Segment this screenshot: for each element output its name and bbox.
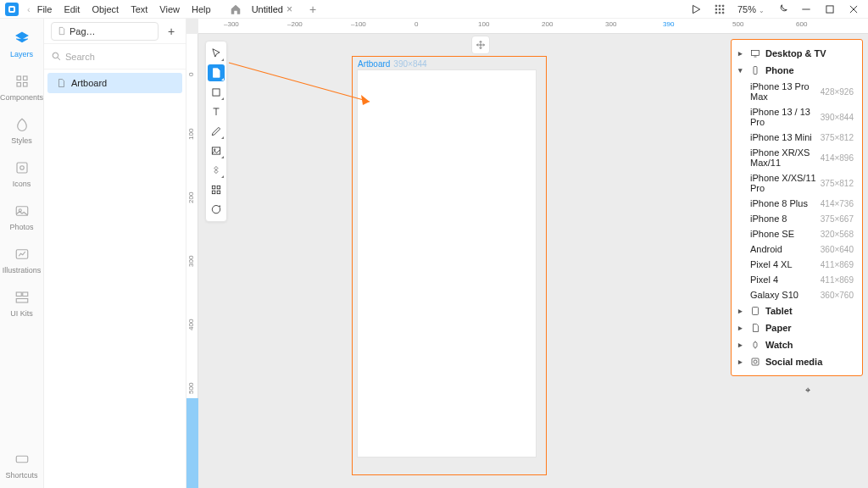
rail-uikits[interactable]: UI Kits (0, 283, 44, 326)
svg-point-50 (754, 360, 757, 363)
preset-category-paper[interactable]: ▸Paper (732, 319, 862, 336)
moon-icon[interactable] (776, 3, 788, 15)
artboard-tool[interactable] (208, 64, 225, 81)
preset-category-tablet[interactable]: ▸Tablet (732, 302, 862, 319)
close-icon[interactable]: × (287, 3, 292, 15)
chevron-left-icon[interactable]: ‹ (27, 4, 31, 14)
svg-rect-15 (17, 83, 21, 87)
rail-icons[interactable]: Icons (0, 153, 44, 197)
svg-rect-23 (22, 292, 27, 297)
svg-point-0 (715, 5, 717, 7)
window-close-icon[interactable] (848, 3, 860, 15)
text-tool[interactable] (208, 103, 225, 120)
rail-shortcuts[interactable]: Shortcuts (0, 445, 44, 488)
svg-point-5 (722, 8, 724, 10)
menu-file[interactable]: File (37, 4, 53, 14)
search-icon (51, 51, 62, 62)
rectangle-tool[interactable] (208, 84, 225, 101)
preset-category-desktop[interactable]: ▸Desktop & TV (732, 45, 862, 62)
grid-icon[interactable] (714, 3, 726, 15)
artboard-surface[interactable] (358, 70, 536, 457)
preset-category-watch[interactable]: ▸Watch (732, 336, 862, 353)
preset-category-phone[interactable]: ▾Phone (732, 62, 862, 79)
ruler-vertical: 0 100 200 300 400 500 600 700 (186, 34, 198, 488)
keyboard-icon (14, 452, 30, 467)
svg-rect-37 (217, 186, 220, 189)
select-tool[interactable] (208, 45, 225, 62)
svg-point-35 (214, 149, 215, 151)
top-menu-bar: ‹ File Edit Object Text View Help Untitl… (0, 0, 868, 19)
layers-icon (14, 30, 30, 46)
preset-iphone8plus[interactable]: iPhone 8 Plus414×736 (732, 196, 862, 211)
component-tool[interactable] (208, 162, 225, 179)
svg-rect-46 (754, 342, 757, 347)
svg-point-3 (715, 8, 717, 10)
preset-iphone8[interactable]: iPhone 8375×667 (732, 211, 862, 226)
comment-tool[interactable] (208, 201, 225, 218)
styles-icon (14, 117, 30, 132)
preset-iphone13mini[interactable]: iPhone 13 Mini375×812 (732, 130, 862, 145)
document-tab[interactable]: Untitled × (252, 3, 292, 15)
zoom-level[interactable]: 75% ⌄ (737, 4, 765, 14)
svg-rect-33 (213, 89, 220, 96)
svg-point-7 (719, 12, 721, 14)
svg-point-18 (19, 166, 24, 170)
rail-illustrations[interactable]: Illustrations (0, 240, 44, 283)
svg-rect-10 (826, 5, 833, 12)
menu-edit[interactable]: Edit (64, 4, 80, 14)
svg-rect-49 (752, 358, 759, 365)
menu-object[interactable]: Object (92, 4, 119, 14)
artboard-icon (56, 78, 66, 88)
svg-point-8 (722, 12, 724, 14)
icons-icon (14, 160, 30, 175)
new-tab-button[interactable]: + (309, 3, 316, 16)
canvas[interactable]: –300 –200 –100 0 100 200 300 390 500 600… (186, 19, 868, 488)
rail-styles[interactable]: Styles (0, 110, 44, 153)
maximize-icon[interactable] (824, 3, 836, 15)
preset-iphonexr[interactable]: iPhone XR/XS Max/11414×896 (732, 145, 862, 170)
photos-icon (14, 203, 30, 219)
home-icon[interactable] (230, 3, 242, 15)
menu-view[interactable]: View (159, 4, 180, 14)
preset-pixel4[interactable]: Pixel 4411×869 (732, 272, 862, 287)
svg-rect-38 (212, 191, 215, 194)
minimize-icon[interactable] (800, 3, 812, 15)
preset-iphonese[interactable]: iPhone SE320×568 (732, 226, 862, 241)
svg-point-29 (53, 53, 58, 58)
preset-iphonex[interactable]: iPhone X/XS/11 Pro375×812 (732, 170, 862, 196)
preset-android[interactable]: Android360×640 (732, 241, 862, 257)
svg-line-40 (229, 63, 370, 102)
layer-artboard[interactable]: Artboard (47, 73, 182, 93)
pen-tool[interactable] (208, 123, 225, 140)
svg-rect-22 (16, 292, 21, 297)
image-tool[interactable] (208, 142, 225, 159)
svg-point-1 (719, 5, 721, 7)
add-page-button[interactable]: + (164, 25, 179, 38)
rail-components[interactable]: Components (0, 67, 44, 110)
illustrations-icon (14, 247, 30, 262)
move-handle[interactable] (471, 36, 490, 54)
svg-rect-39 (217, 191, 220, 194)
svg-rect-25 (16, 456, 28, 463)
menu-help[interactable]: Help (192, 4, 211, 14)
page-selector[interactable]: Pag… (51, 22, 159, 41)
uikits-icon (14, 290, 30, 305)
preset-iphone13[interactable]: iPhone 13 / 13 Pro390×844 (732, 104, 862, 130)
search-input[interactable] (65, 52, 182, 62)
menu-text[interactable]: Text (131, 4, 147, 14)
artboard-label[interactable]: Artboard390×844 (358, 59, 427, 69)
app-logo[interactable] (5, 3, 19, 16)
side-rail: Layers Components Styles Icons Photos Il… (0, 19, 44, 488)
svg-rect-13 (17, 76, 21, 80)
layout-tool[interactable] (208, 181, 225, 198)
ruler-horizontal: –300 –200 –100 0 100 200 300 390 500 600 (198, 19, 868, 34)
play-icon[interactable] (690, 3, 702, 15)
preset-iphone13promax[interactable]: iPhone 13 Pro Max428×926 (732, 79, 862, 104)
preset-galaxys10[interactable]: Galaxy S10360×760 (732, 287, 862, 302)
tool-palette (205, 41, 227, 222)
rail-photos[interactable]: Photos (0, 197, 44, 240)
preset-category-social[interactable]: ▸Social media (732, 353, 862, 370)
svg-rect-42 (752, 51, 760, 56)
preset-pixel4xl[interactable]: Pixel 4 XL411×869 (732, 257, 862, 272)
rail-layers[interactable]: Layers (0, 24, 44, 67)
